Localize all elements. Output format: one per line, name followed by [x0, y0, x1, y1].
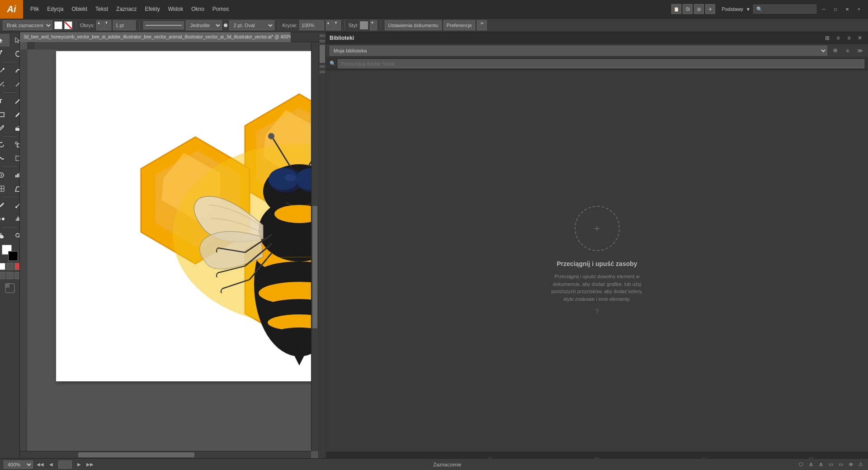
artboard[interactable] [56, 51, 318, 381]
menu-okno[interactable]: Okno [188, 4, 208, 14]
gradient-mode[interactable] [6, 263, 14, 270]
vertical-scrollbar[interactable] [311, 42, 318, 451]
stroke-value-input[interactable] [113, 20, 136, 30]
pen-tool[interactable] [0, 64, 9, 77]
panel-options-button[interactable]: ≡ [854, 5, 863, 14]
opacity-up[interactable]: ▲ [326, 20, 333, 30]
toolbar-icon-2[interactable]: St [683, 4, 693, 14]
minimize-button[interactable]: ─ [819, 5, 828, 14]
status-icon-1[interactable]: ⬡ [797, 461, 805, 468]
menu-widok[interactable]: Widok [165, 4, 187, 14]
style-dropdown[interactable]: ▼ [370, 20, 377, 30]
toolbar-icon-3[interactable]: ⊞ [694, 4, 704, 14]
menu-tekst[interactable]: Tekst [92, 4, 112, 14]
dnd-help-icon[interactable]: ? [595, 308, 599, 316]
top-search-input[interactable] [753, 5, 816, 14]
line-tool[interactable] [10, 95, 20, 107]
measure-tool[interactable] [10, 199, 20, 212]
page-fwd[interactable]: ▶ [75, 461, 83, 468]
zoom-tool[interactable] [10, 229, 20, 242]
pencil-tool[interactable] [10, 108, 20, 121]
scale-tool[interactable] [10, 138, 20, 151]
menu-efekty[interactable]: Efekty [141, 4, 163, 14]
magic-wand-tool[interactable] [0, 47, 9, 60]
status-icon-6[interactable]: ⚠ [857, 461, 864, 468]
v-scroll-thumb2[interactable] [320, 45, 325, 63]
toolbar-icon-1[interactable]: 📋 [671, 4, 681, 14]
page-prev[interactable]: ◀◀ [37, 461, 44, 468]
menu-obiekt[interactable]: Obiekt [68, 4, 91, 14]
lib-library-selector[interactable]: Moja biblioteka [330, 46, 827, 56]
status-icon-eye[interactable]: 👁 [847, 461, 854, 468]
add-anchor-tool[interactable]: + [0, 78, 9, 90]
type-tool[interactable]: T [0, 95, 9, 107]
lib-view-grid[interactable]: ⊞ [830, 46, 840, 56]
slice-tool[interactable] [0, 182, 9, 195]
symbol-spray-tool[interactable] [0, 169, 9, 181]
lib-view-list[interactable]: ≡ [843, 46, 853, 56]
stroke-down[interactable]: ▼ [104, 20, 111, 30]
style-swatch[interactable] [360, 21, 368, 29]
lib-grid-view[interactable]: ⊞ [823, 33, 832, 43]
paintbrush-tool[interactable] [0, 122, 9, 134]
stroke-up[interactable]: ▲ [96, 20, 104, 30]
status-icon-5[interactable]: ▭ [837, 461, 844, 468]
stroke-style-combo[interactable]: Jednolite [186, 20, 222, 30]
page-back[interactable]: ◀ [47, 461, 55, 468]
lib-panel-menu[interactable]: ≡ [844, 33, 854, 43]
toolbar2-more[interactable]: ≫ [477, 20, 487, 30]
apply-color[interactable] [0, 272, 5, 279]
perspective-tool[interactable] [10, 182, 20, 195]
lib-panel-close[interactable]: ✕ [855, 33, 864, 43]
opacity-down[interactable]: ▼ [334, 20, 341, 30]
page-input[interactable]: 1 [58, 461, 72, 469]
menu-edycja[interactable]: Edycja [43, 4, 67, 14]
smooth-tool[interactable] [10, 64, 20, 77]
direct-select-tool[interactable] [10, 34, 20, 47]
status-icon-3[interactable]: A [817, 461, 825, 468]
menu-zaznacz[interactable]: Zaznacz [113, 4, 140, 14]
normal-mode[interactable] [0, 263, 5, 270]
doc-tab-active[interactable]: 3d_bee_and_honeycomb_vector_bee_ai_adobe… [20, 32, 291, 42]
workspace-dropdown-arrow[interactable]: ▼ [746, 7, 750, 12]
blend-tool[interactable] [0, 213, 9, 225]
select-tool[interactable] [0, 34, 9, 47]
lasso-tool[interactable] [10, 47, 20, 60]
none-mode[interactable] [14, 263, 20, 270]
apply-none[interactable] [14, 272, 20, 279]
menu-pomoc[interactable]: Pomoc [209, 4, 233, 14]
apply-gradient[interactable] [6, 272, 14, 279]
status-icon-2[interactable]: A [807, 461, 815, 468]
toolbar-icon-4[interactable]: ✈ [705, 4, 715, 14]
stroke-color[interactable] [8, 251, 18, 261]
stroke-swatch[interactable] [64, 21, 72, 29]
hand-tool[interactable] [0, 229, 9, 242]
graph-tool[interactable] [10, 169, 20, 181]
menu-plik[interactable]: Plik [27, 4, 42, 14]
rect-tool[interactable] [0, 108, 9, 121]
page-next[interactable]: ▶▶ [86, 461, 94, 468]
lib-more[interactable]: ≫ [855, 46, 864, 55]
free-transform-tool[interactable] [10, 152, 20, 165]
preferences-button[interactable]: Preferencje [443, 20, 475, 30]
canvas-area[interactable] [20, 42, 318, 458]
rotate-tool[interactable] [0, 138, 9, 151]
opacity-input[interactable] [299, 20, 324, 30]
stroke-size-combo[interactable]: 2 pt. Oval [229, 20, 274, 30]
status-icon-4[interactable]: ▭ [827, 461, 835, 468]
live-paint-tool[interactable] [10, 213, 20, 225]
fill-swatch[interactable] [54, 21, 62, 29]
eraser-tool[interactable] [10, 122, 20, 134]
horizontal-scrollbar[interactable] [20, 451, 311, 458]
doc-settings-button[interactable]: Ustawienia dokumentu [385, 20, 441, 30]
zoom-selector[interactable]: 400% [4, 461, 33, 469]
selection-combo[interactable]: Brak zaznaczenia [3, 20, 52, 30]
remove-anchor-tool[interactable]: − [10, 78, 20, 90]
lib-list-view[interactable]: ≡ [834, 33, 843, 43]
eyedropper-tool[interactable] [0, 199, 9, 212]
lib-search-input[interactable] [338, 59, 864, 68]
maximize-button[interactable]: □ [831, 5, 840, 14]
layers-icon[interactable] [4, 282, 16, 295]
close-button[interactable]: ✕ [843, 5, 852, 14]
warp-tool[interactable] [0, 152, 9, 165]
